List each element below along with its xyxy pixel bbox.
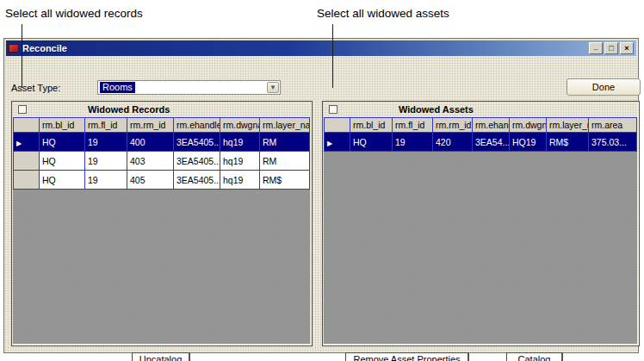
cell-ehandle: 3EA5405... [174, 152, 220, 171]
cell-bl-id: HQ [40, 152, 85, 171]
titlebar[interactable]: Reconcile _ □ × [6, 40, 636, 56]
screenshot-stage: Select all widowed records Select all wi… [0, 0, 644, 361]
assets-col-ehandle[interactable]: rm.ehandl [473, 118, 510, 133]
chevron-down-icon[interactable]: ▼ [267, 82, 279, 93]
records-grid-area: rm.bl_id rm.fl_id rm.rm_id rm.ehandle rm… [13, 117, 310, 344]
maximize-button[interactable]: □ [604, 42, 618, 54]
assets-panel-header: Widowed Assets [323, 102, 639, 117]
asset-type-selected-value: Rooms [100, 82, 135, 93]
assets-col-fl-id[interactable]: rm.fl_id [393, 118, 433, 133]
assets-col-layer-name[interactable]: rm.layer_n [547, 118, 589, 133]
records-panel-header: Widowed Records [12, 102, 312, 117]
cell-layer-name: RM [260, 133, 310, 152]
assets-grid-area: rm.bl_id rm.fl_id rm.rm_id rm.ehandl rm.… [324, 117, 637, 344]
cell-layer-name: RM [260, 152, 310, 171]
table-row[interactable]: HQ 19 403 3EA5405... hq19 RM [14, 152, 310, 171]
cell-dwgname: hq19 [220, 133, 260, 152]
cell-layer-name: RM$ [547, 133, 589, 152]
table-row[interactable]: ▶ HQ 19 400 3EA5405... hq19 RM [14, 133, 310, 152]
uncatalog-button[interactable]: Uncatalog [132, 352, 190, 361]
cell-ehandle: 3EA5405... [174, 171, 220, 190]
widowed-assets-panel: Widowed Assets rm.bl_id rm.fl_id [322, 101, 640, 346]
cell-fl-id: 19 [85, 133, 127, 152]
table-row[interactable]: ▶ HQ 19 420 3EA54... HQ19 RM$ 375.03... [325, 133, 637, 152]
cell-dwgname: hq19 [220, 171, 260, 190]
callout-line-records [22, 24, 22, 88]
records-col-fl-id[interactable]: rm.fl_id [85, 118, 127, 133]
callout-line-assets [332, 24, 333, 88]
assets-header-row: rm.bl_id rm.fl_id rm.rm_id rm.ehandl rm.… [325, 118, 637, 133]
annotation-select-all-assets: Select all widowed assets [317, 7, 449, 20]
done-button[interactable]: Done [567, 78, 641, 96]
records-col-rm-id[interactable]: rm.rm_id [127, 118, 174, 133]
cell-rm-id: 420 [433, 133, 473, 152]
cell-dwgname: hq19 [220, 152, 260, 171]
select-all-records-checkbox[interactable] [18, 105, 27, 114]
cell-area: 375.03... [589, 133, 637, 152]
catalog-button[interactable]: Catalog [506, 352, 563, 361]
records-header-row: rm.bl_id rm.fl_id rm.rm_id rm.ehandle rm… [14, 118, 310, 133]
assets-col-rm-id[interactable]: rm.rm_id [433, 118, 473, 133]
assets-panel-title: Widowed Assets [399, 104, 474, 115]
records-col-selector[interactable] [14, 118, 40, 133]
cell-fl-id: 19 [85, 171, 127, 190]
cell-rm-id: 405 [127, 171, 174, 190]
assets-col-bl-id[interactable]: rm.bl_id [350, 118, 393, 133]
table-row[interactable]: HQ 19 405 3EA5405... hq19 RM$ [14, 171, 310, 190]
records-col-layer-name[interactable]: rm.layer_na [260, 118, 310, 133]
row-selector-icon: ▶ [16, 140, 22, 147]
cell-bl-id: HQ [350, 133, 393, 152]
assets-col-dwgname[interactable]: rm.dwgna [510, 118, 547, 133]
row-selector-cell[interactable]: ▶ [325, 133, 350, 152]
cell-fl-id: 19 [393, 133, 433, 152]
asset-type-combobox[interactable]: Rooms ▼ [97, 80, 281, 95]
cell-ehandle: 3EA5405... [174, 133, 220, 152]
records-col-ehandle[interactable]: rm.ehandle [174, 118, 220, 133]
widowed-records-panel: Widowed Records rm.bl_id rm.fl_id rm.rm_… [11, 101, 313, 346]
row-selector-icon: ▶ [327, 140, 332, 147]
cell-bl-id: HQ [40, 171, 85, 190]
annotation-select-all-records: Select all widowed records [5, 7, 143, 20]
cell-rm-id: 403 [127, 152, 174, 171]
cell-dwgname: HQ19 [510, 133, 547, 152]
select-all-assets-checkbox[interactable] [329, 105, 337, 114]
records-col-bl-id[interactable]: rm.bl_id [40, 118, 85, 133]
row-selector-cell[interactable] [14, 152, 40, 171]
remove-asset-properties-button[interactable]: Remove Asset Properties [345, 352, 469, 361]
assets-col-selector[interactable] [325, 118, 350, 133]
minimize-button[interactable]: _ [589, 42, 603, 54]
records-panel-title: Widowed Records [88, 104, 170, 115]
cell-layer-name: RM$ [260, 171, 310, 190]
window-content: Asset Type: Rooms ▼ Done Widowed Records [6, 56, 636, 351]
app-icon [9, 44, 19, 53]
window-title: Reconcile [22, 43, 587, 53]
cell-ehandle: 3EA54... [473, 133, 510, 152]
close-button[interactable]: × [620, 42, 634, 54]
reconcile-window: Reconcile _ □ × Asset Type: Rooms ▼ Done… [3, 38, 639, 353]
records-col-dwgname[interactable]: rm.dwgnam [220, 118, 260, 133]
cell-fl-id: 19 [85, 152, 127, 171]
assets-grid: rm.bl_id rm.fl_id rm.rm_id rm.ehandl rm.… [324, 117, 637, 152]
records-grid: rm.bl_id rm.fl_id rm.rm_id rm.ehandle rm… [13, 117, 310, 190]
cell-rm-id: 400 [127, 133, 174, 152]
row-selector-cell[interactable]: ▶ [14, 133, 40, 152]
assets-col-area[interactable]: rm.area [589, 118, 637, 133]
cell-bl-id: HQ [40, 133, 85, 152]
asset-type-label: Asset Type: [11, 83, 60, 93]
row-selector-cell[interactable] [14, 171, 40, 190]
